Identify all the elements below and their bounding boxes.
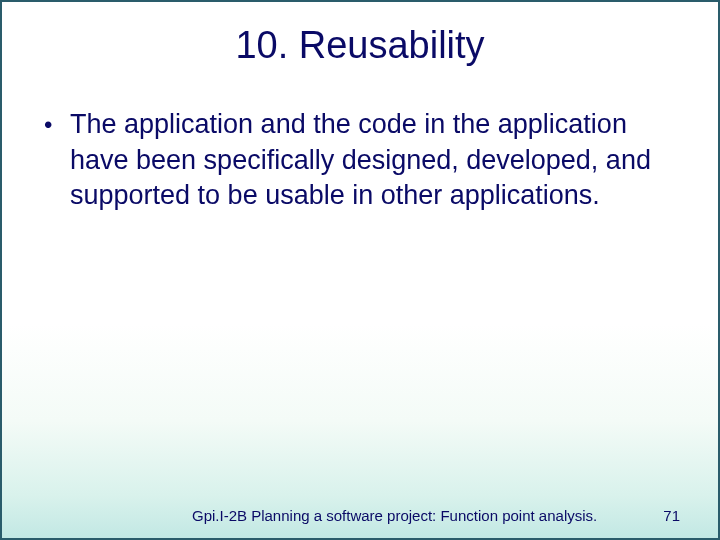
bullet-dot-icon: • xyxy=(42,107,70,143)
page-number: 71 xyxy=(663,507,680,524)
slide-title: 10. Reusability xyxy=(2,2,718,77)
slide-body: • The application and the code in the ap… xyxy=(2,77,718,214)
slide-footer: Gpi.I-2B Planning a software project: Fu… xyxy=(2,507,718,524)
slide: 10. Reusability • The application and th… xyxy=(0,0,720,540)
bullet-text: The application and the code in the appl… xyxy=(70,107,678,214)
bullet-item: • The application and the code in the ap… xyxy=(42,107,678,214)
footer-text: Gpi.I-2B Planning a software project: Fu… xyxy=(192,507,597,524)
